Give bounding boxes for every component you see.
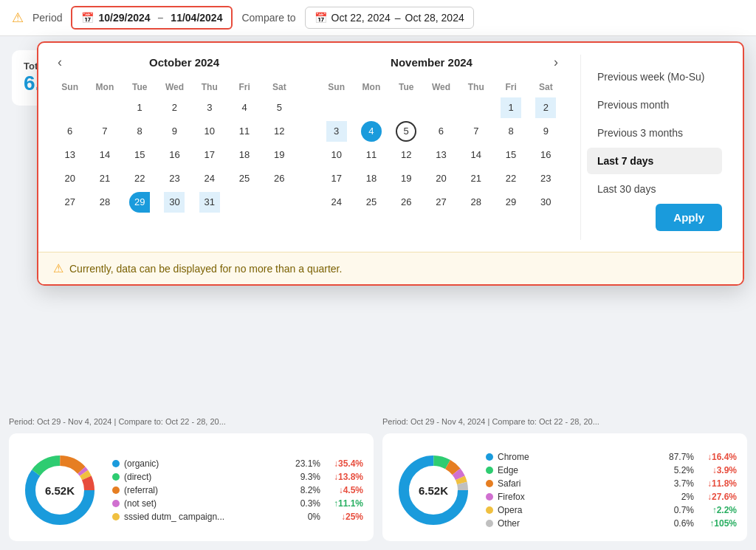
- calendar-day[interactable]: 8: [129, 121, 150, 142]
- calendar-day[interactable]: 24: [326, 192, 347, 213]
- calendar-day[interactable]: 11: [361, 145, 382, 165]
- calendar-day[interactable]: 13: [60, 145, 80, 165]
- calendar-day[interactable]: 30: [535, 192, 556, 213]
- calendar-day[interactable]: 14: [94, 145, 115, 165]
- calendar-day[interactable]: 18: [234, 145, 255, 165]
- preset-item[interactable]: Last 30 days: [587, 176, 722, 202]
- compare-start: Oct 22, 2024: [331, 12, 391, 24]
- calendar-day[interactable]: 15: [501, 145, 521, 165]
- calendar-day[interactable]: 30: [164, 192, 185, 213]
- compare-label: Compare to: [241, 12, 295, 24]
- calendar-day[interactable]: 21: [466, 168, 487, 189]
- calendar-day[interactable]: 19: [269, 145, 289, 165]
- calendar-day[interactable]: 23: [164, 168, 185, 189]
- calendar-day[interactable]: 19: [396, 168, 416, 189]
- calendar-day[interactable]: 6: [60, 121, 80, 142]
- calendar-day[interactable]: 27: [60, 192, 80, 213]
- calendar-day[interactable]: 24: [199, 168, 220, 189]
- calendar-day[interactable]: 29: [501, 192, 521, 213]
- legend-dot: [112, 460, 120, 467]
- calendar-day[interactable]: 26: [269, 168, 289, 189]
- calendar-day[interactable]: 31: [199, 192, 220, 213]
- legend-change: ↓13.8%: [328, 472, 363, 482]
- next-month-button[interactable]: ›: [549, 55, 563, 70]
- campaign-chart-card: 6.52K (organic)23.1%↓35.4%(direct)9.3%↓1…: [9, 433, 374, 541]
- browser-donut-section: 6.52K Chrome87.7%↓16.4%Edge5.2%↓3.9%Safa…: [393, 450, 737, 531]
- calendar-day[interactable]: 7: [94, 121, 115, 142]
- calendar-day[interactable]: 5: [396, 121, 416, 142]
- legend-change: ↓35.4%: [328, 458, 363, 469]
- calendar-day[interactable]: 7: [466, 121, 487, 142]
- legend-name: Other: [498, 518, 663, 529]
- calendar-day[interactable]: 13: [430, 145, 451, 165]
- legend-name: Chrome: [498, 452, 663, 462]
- calendar-day[interactable]: 9: [535, 121, 556, 142]
- bottom-charts: 6.52K (organic)23.1%↓35.4%(direct)9.3%↓1…: [9, 433, 747, 541]
- calendar-day[interactable]: 5: [269, 97, 289, 118]
- apply-button[interactable]: Apply: [656, 204, 722, 231]
- legend-dot: [486, 453, 493, 461]
- calendar-day[interactable]: 9: [164, 121, 185, 142]
- calendar-day[interactable]: 10: [326, 145, 347, 165]
- compare-date-picker[interactable]: 📅 Oct 22, 2024 – Oct 28, 2024: [305, 7, 474, 29]
- calendar-day[interactable]: 12: [396, 145, 416, 165]
- prev-month-button[interactable]: ‹: [53, 55, 66, 70]
- calendar-day[interactable]: 15: [129, 145, 150, 165]
- calendar-day[interactable]: 22: [129, 168, 150, 189]
- legend-change: ↓16.4%: [701, 452, 737, 462]
- calendar-day[interactable]: 2: [164, 97, 185, 118]
- warning-icon: ⚠: [53, 261, 63, 275]
- legend-change: ↑11.1%: [328, 498, 363, 509]
- calendar-day[interactable]: 8: [501, 121, 521, 142]
- calendar-day[interactable]: 28: [466, 192, 487, 213]
- calendar-day[interactable]: 29: [129, 192, 150, 213]
- preset-item[interactable]: Previous month: [587, 92, 722, 118]
- calendar-day: [60, 97, 80, 118]
- calendar-day[interactable]: 16: [164, 145, 185, 165]
- calendar-day[interactable]: 12: [269, 121, 289, 142]
- calendar-day[interactable]: 20: [430, 168, 451, 189]
- calendar-day[interactable]: 26: [396, 192, 416, 213]
- calendar-day[interactable]: 27: [430, 192, 451, 213]
- calendar-day[interactable]: 28: [94, 192, 115, 213]
- preset-item[interactable]: Previous week (Mo-Su): [587, 63, 722, 90]
- calendar-day[interactable]: 23: [535, 168, 556, 189]
- calendar-day[interactable]: 4: [361, 121, 382, 142]
- browser-donut: 6.52K: [393, 450, 474, 531]
- preset-item[interactable]: Previous 3 months: [587, 120, 722, 146]
- calendar-day[interactable]: 25: [234, 168, 255, 189]
- calendar-day[interactable]: 20: [60, 168, 80, 189]
- calendar-day[interactable]: 1: [129, 97, 150, 118]
- calendar-day[interactable]: 18: [361, 168, 382, 189]
- legend-name: sssied dutm_ campaign...: [124, 512, 289, 522]
- legend-change: ↓3.9%: [701, 465, 737, 475]
- legend-percent: 0.6%: [667, 518, 694, 529]
- calendar-day[interactable]: 6: [430, 121, 451, 142]
- calendar-day[interactable]: 17: [199, 145, 220, 165]
- calendar-day[interactable]: 1: [501, 97, 521, 118]
- calendar-day[interactable]: 3: [199, 97, 220, 118]
- legend-change: ↓25%: [328, 512, 363, 522]
- calendar-day[interactable]: 21: [94, 168, 115, 189]
- november-title: November 2024: [320, 56, 543, 69]
- compare-end: Oct 28, 2024: [405, 12, 464, 24]
- calendar-day[interactable]: 11: [234, 121, 255, 142]
- calendar-day[interactable]: 14: [466, 145, 487, 165]
- legend-dot: [112, 500, 120, 507]
- calendar-day: [361, 97, 382, 118]
- calendar-day[interactable]: 25: [361, 192, 382, 213]
- legend-name: Firefox: [498, 492, 663, 502]
- october-title: October 2024: [72, 56, 296, 69]
- date-range-picker[interactable]: 📅 10/29/2024 – 11/04/2024: [71, 6, 233, 30]
- calendar-day[interactable]: 4: [234, 97, 255, 118]
- calendar-day[interactable]: 3: [326, 121, 347, 142]
- legend-item: Firefox2%↓27.6%: [486, 492, 737, 502]
- browser-center-label: 6.52K: [419, 484, 448, 497]
- preset-item[interactable]: Last 7 days: [587, 148, 722, 174]
- calendar-day[interactable]: 10: [199, 121, 220, 142]
- calendar-day[interactable]: 16: [535, 145, 556, 165]
- calendar-day[interactable]: 22: [501, 168, 521, 189]
- calendar-day[interactable]: 17: [326, 168, 347, 189]
- calendar-day[interactable]: 2: [535, 97, 556, 118]
- compare-dash: –: [395, 12, 401, 24]
